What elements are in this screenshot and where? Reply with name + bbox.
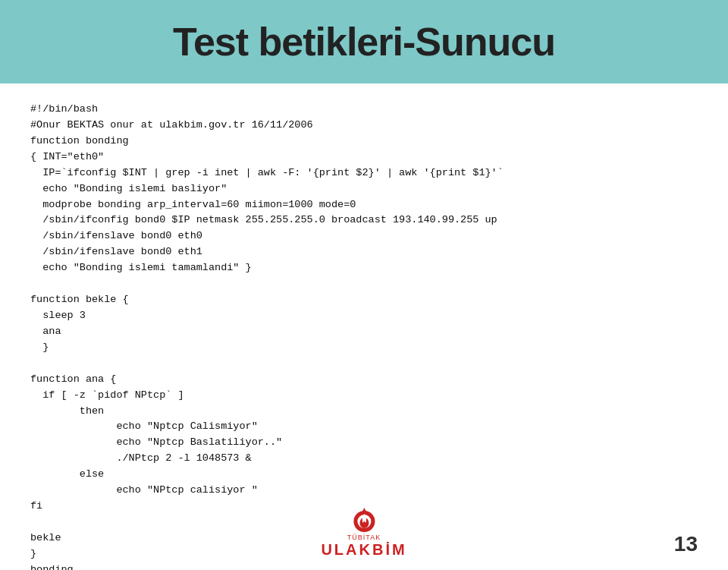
logo-brand: TÜBİTAK ULAKBİM <box>321 534 406 558</box>
code-block: #!/bin/bash #Onur BEKTAS onur at ulakbim… <box>30 102 698 570</box>
content-area: #!/bin/bash #Onur BEKTAS onur at ulakbim… <box>0 83 728 570</box>
page-title: Test betikleri-Sunucu <box>173 19 555 65</box>
header-bar: Test betikleri-Sunucu <box>0 0 728 83</box>
logo-main-text: ULAKBİM <box>321 541 406 558</box>
logo-top-text: TÜBİTAK <box>347 534 381 541</box>
page-number: 13 <box>674 532 698 556</box>
tubitak-logo-icon <box>347 506 381 534</box>
logo-container: TÜBİTAK ULAKBİM <box>321 506 406 558</box>
